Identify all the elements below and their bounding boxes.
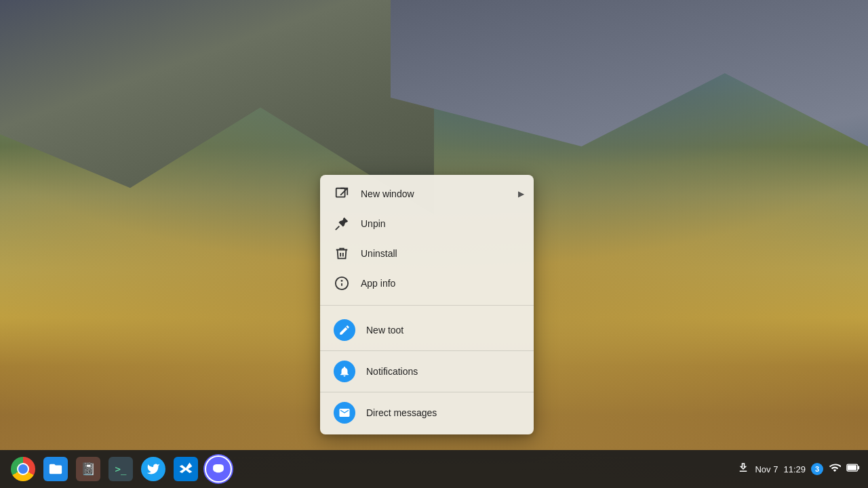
menu-item-new-window[interactable]: New window ▶ xyxy=(320,179,534,209)
new-toot-label: New toot xyxy=(366,325,403,336)
new-window-icon xyxy=(334,186,350,202)
pin-icon xyxy=(334,216,350,232)
svg-rect-5 xyxy=(858,466,860,470)
submenu-arrow: ▶ xyxy=(518,189,524,199)
menu-divider-3 xyxy=(320,392,534,392)
menu-item-unpin[interactable]: Unpin xyxy=(320,209,534,239)
menu-divider-2 xyxy=(320,350,534,351)
taskbar-status-area: Nov 7 11:29 3 xyxy=(737,462,860,476)
mastodon-icon xyxy=(206,457,231,481)
taskbar-app-notebook[interactable]: 📓 xyxy=(73,454,103,484)
taskbar-app-vscode[interactable] xyxy=(171,454,201,484)
context-menu: New window ▶ Unpin Uninstall xyxy=(320,175,534,434)
menu-divider xyxy=(320,305,534,306)
bell-icon xyxy=(334,361,355,382)
direct-messages-label: Direct messages xyxy=(366,407,437,418)
twitter-icon xyxy=(141,457,165,481)
date-display: Nov 7 xyxy=(755,464,778,474)
notebook-icon: 📓 xyxy=(76,457,100,481)
files-icon xyxy=(43,457,68,481)
uninstall-label: Uninstall xyxy=(361,248,397,259)
menu-section-top: New window ▶ Unpin Uninstall xyxy=(320,175,534,302)
info-icon xyxy=(334,275,350,291)
menu-item-app-info[interactable]: App info xyxy=(320,268,534,298)
menu-item-direct-messages[interactable]: Direct messages xyxy=(320,395,534,430)
chrome-icon xyxy=(11,457,35,481)
taskbar-app-mastodon[interactable] xyxy=(203,454,233,484)
wifi-icon xyxy=(829,462,841,476)
vscode-icon xyxy=(174,457,198,481)
menu-section-bottom: New toot Notifications Direct messages xyxy=(320,308,534,434)
svg-rect-6 xyxy=(848,465,856,470)
notifications-label: Notifications xyxy=(366,366,418,377)
download-icon xyxy=(737,462,749,476)
pencil-icon xyxy=(334,319,355,341)
time-display: 11:29 xyxy=(783,464,806,474)
menu-item-uninstall[interactable]: Uninstall xyxy=(320,239,534,268)
unpin-label: Unpin xyxy=(361,218,386,229)
app-info-label: App info xyxy=(361,278,395,289)
menu-item-notifications[interactable]: Notifications xyxy=(320,354,534,389)
trash-icon xyxy=(334,245,350,262)
taskbar-app-files[interactable] xyxy=(41,454,71,484)
taskbar-app-twitter[interactable] xyxy=(138,454,168,484)
envelope-icon xyxy=(334,402,355,424)
menu-item-new-toot[interactable]: New toot xyxy=(320,312,534,348)
taskbar: 📓 >_ xyxy=(0,450,868,488)
taskbar-app-chrome[interactable] xyxy=(8,454,38,484)
new-window-label: New window xyxy=(361,188,414,199)
battery-icon xyxy=(846,463,860,475)
taskbar-app-terminal[interactable]: >_ xyxy=(106,454,136,484)
terminal-icon: >_ xyxy=(108,457,133,481)
notification-badge: 3 xyxy=(811,463,823,475)
